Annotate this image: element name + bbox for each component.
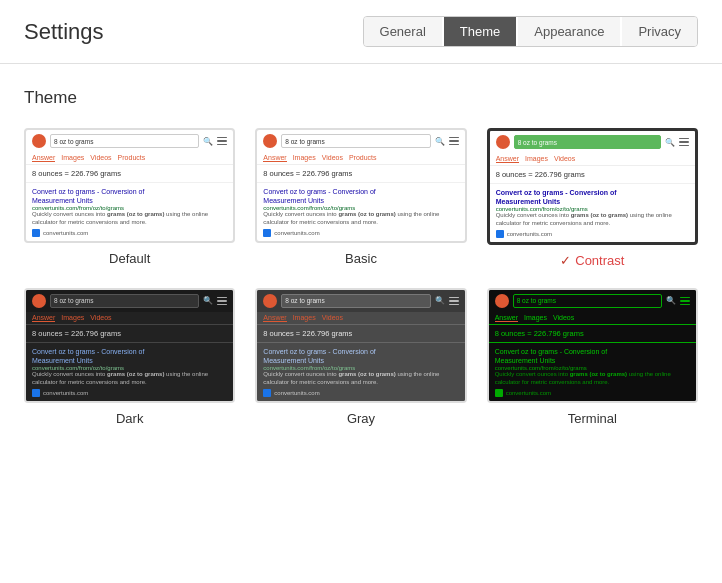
theme-preview-terminal: 8 oz to grams 🔍 Answer Images Videos 8 o… — [487, 288, 698, 403]
theme-default[interactable]: 8 oz to grams 🔍 Answer Images Videos Pro… — [24, 128, 235, 268]
theme-label-gray: Gray — [347, 411, 375, 426]
menu-icon — [449, 137, 459, 146]
theme-preview-default: 8 oz to grams 🔍 Answer Images Videos Pro… — [24, 128, 235, 243]
tab-appearance[interactable]: Appearance — [518, 17, 620, 46]
theme-dark[interactable]: 8 oz to grams 🔍 Answer Images Videos 8 o… — [24, 288, 235, 426]
search-box: 8 oz to grams — [50, 294, 199, 308]
theme-label-dark: Dark — [116, 411, 143, 426]
search-icon: 🔍 — [203, 136, 213, 146]
theme-terminal[interactable]: 8 oz to grams 🔍 Answer Images Videos 8 o… — [487, 288, 698, 426]
themes-grid: 8 oz to grams 🔍 Answer Images Videos Pro… — [24, 128, 698, 426]
nav-bar: Answer Images Videos — [489, 312, 696, 325]
theme-label-basic: Basic — [345, 251, 377, 266]
result-block: Convert oz to grams - Conversion ofMeasu… — [257, 343, 464, 401]
menu-icon — [217, 297, 227, 306]
nav-bar: Answer Images Videos — [26, 312, 233, 325]
nav-bar: Answer Images Videos Products — [26, 152, 233, 165]
main-content: Theme 8 oz to grams 🔍 Answer Images — [0, 64, 722, 450]
search-box: 8 oz to grams — [281, 294, 430, 308]
result-block: Convert oz to grams - Conversion ofMeasu… — [490, 184, 695, 242]
duck-logo-icon — [32, 294, 46, 308]
theme-preview-basic: 8 oz to grams 🔍 Answer Images Videos Pro… — [255, 128, 466, 243]
answer-text: 8 ounces = 226.796 grams — [26, 325, 233, 343]
answer-text: 8 ounces = 226.796 grams — [257, 325, 464, 343]
result-block: Convert oz to grams - Conversion ofMeasu… — [257, 183, 464, 241]
answer-text: 8 ounces = 226.796 grams — [490, 166, 695, 184]
tab-bar: General Theme Appearance Privacy — [363, 16, 698, 47]
search-icon: 🔍 — [435, 136, 445, 146]
nav-bar: Answer Images Videos — [490, 153, 695, 166]
menu-icon — [217, 137, 227, 146]
search-box: 8 oz to grams — [514, 135, 661, 149]
nav-bar: Answer Images Videos Products — [257, 152, 464, 165]
duck-logo-icon — [263, 294, 277, 308]
tab-theme[interactable]: Theme — [444, 17, 516, 46]
section-title: Theme — [24, 88, 698, 108]
result-block: Convert oz to grams - Conversion ofMeasu… — [26, 343, 233, 401]
duck-logo-icon — [263, 134, 277, 148]
theme-preview-contrast: 8 oz to grams 🔍 Answer Images Videos 8 o… — [487, 128, 698, 245]
search-icon: 🔍 — [435, 296, 445, 306]
menu-icon — [679, 138, 689, 147]
page-title: Settings — [24, 19, 104, 45]
search-box: 8 oz to grams — [513, 294, 662, 308]
theme-gray[interactable]: 8 oz to grams 🔍 Answer Images Videos 8 o… — [255, 288, 466, 426]
duck-logo-icon — [495, 294, 509, 308]
theme-label-terminal: Terminal — [568, 411, 617, 426]
search-icon: 🔍 — [666, 296, 676, 306]
tab-privacy[interactable]: Privacy — [622, 17, 697, 46]
answer-text: 8 ounces = 226.796 grams — [489, 325, 696, 343]
tab-general[interactable]: General — [364, 17, 442, 46]
search-box: 8 oz to grams — [50, 134, 199, 148]
theme-preview-gray: 8 oz to grams 🔍 Answer Images Videos 8 o… — [255, 288, 466, 403]
theme-label-default: Default — [109, 251, 150, 266]
checkmark-icon: ✓ — [560, 253, 571, 268]
result-block: Convert oz to grams - Conversion ofMeasu… — [26, 183, 233, 241]
result-block: Convert oz to grams - Conversion ofMeasu… — [489, 343, 696, 401]
answer-text: 8 ounces = 226.796 grams — [26, 165, 233, 183]
menu-icon — [680, 297, 690, 306]
duck-logo-icon — [496, 135, 510, 149]
theme-basic[interactable]: 8 oz to grams 🔍 Answer Images Videos Pro… — [255, 128, 466, 268]
duck-logo-icon — [32, 134, 46, 148]
nav-bar: Answer Images Videos — [257, 312, 464, 325]
header: Settings General Theme Appearance Privac… — [0, 0, 722, 64]
answer-text: 8 ounces = 226.796 grams — [257, 165, 464, 183]
theme-label-contrast: ✓Contrast — [560, 253, 624, 268]
theme-contrast[interactable]: 8 oz to grams 🔍 Answer Images Videos 8 o… — [487, 128, 698, 268]
search-icon: 🔍 — [665, 137, 675, 147]
search-box: 8 oz to grams — [281, 134, 430, 148]
search-icon: 🔍 — [203, 296, 213, 306]
menu-icon — [449, 297, 459, 306]
theme-preview-dark: 8 oz to grams 🔍 Answer Images Videos 8 o… — [24, 288, 235, 403]
